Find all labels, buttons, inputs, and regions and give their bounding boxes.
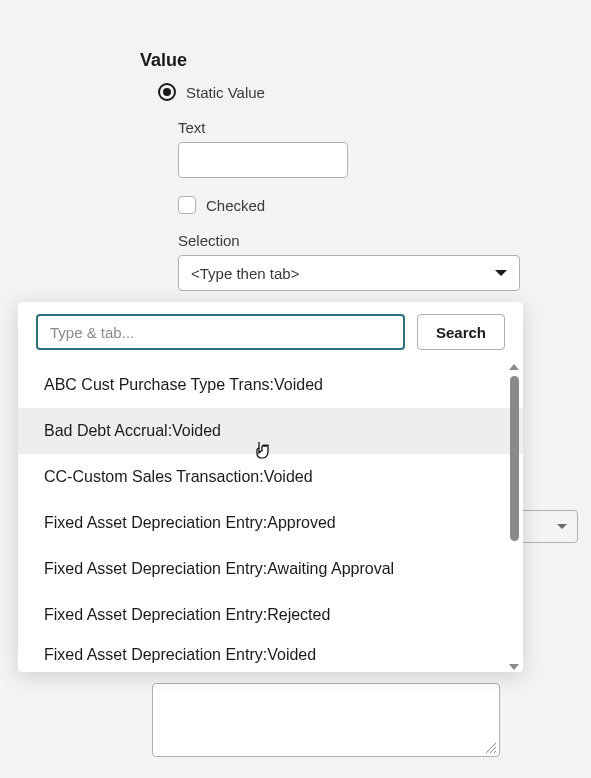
list-item[interactable]: Fixed Asset Depreciation Entry:Rejected (18, 592, 523, 638)
section-title: Value (140, 50, 591, 71)
checkbox-icon (178, 196, 196, 214)
partial-select[interactable] (520, 510, 578, 543)
selection-field-label: Selection (178, 232, 591, 249)
scrollbar[interactable] (507, 362, 521, 672)
selection-popover: Search ABC Cust Purchase Type Trans:Void… (18, 302, 523, 672)
selection-field-group: Selection <Type then tab> (140, 232, 591, 291)
caret-down-icon (495, 270, 507, 276)
search-button[interactable]: Search (417, 314, 505, 350)
list-item[interactable]: Fixed Asset Depreciation Entry:Awaiting … (18, 546, 523, 592)
list-item[interactable]: Fixed Asset Depreciation Entry:Voided (18, 638, 523, 668)
options-list: ABC Cust Purchase Type Trans:Voided Bad … (18, 362, 523, 672)
selection-dropdown[interactable]: <Type then tab> (178, 255, 520, 291)
checkbox-checked[interactable]: Checked (178, 196, 591, 214)
checkbox-field-group: Checked (140, 196, 591, 214)
scrollbar-thumb[interactable] (510, 376, 519, 541)
scroll-up-icon (509, 364, 519, 370)
scroll-down-icon (509, 664, 519, 670)
text-field-group: Text (140, 119, 591, 178)
svg-line-2 (494, 751, 496, 753)
search-input[interactable] (36, 314, 405, 350)
list-item[interactable]: Bad Debt Accrual:Voided (18, 408, 523, 454)
text-input[interactable] (178, 142, 348, 178)
textarea[interactable] (152, 683, 500, 757)
radio-label: Static Value (186, 84, 265, 101)
text-field-label: Text (178, 119, 591, 136)
resize-handle-icon (486, 743, 496, 753)
svg-line-1 (490, 747, 496, 753)
svg-line-0 (486, 743, 496, 753)
selection-placeholder: <Type then tab> (191, 265, 299, 282)
list-item[interactable]: CC-Custom Sales Transaction:Voided (18, 454, 523, 500)
radio-static-value[interactable]: Static Value (140, 83, 591, 101)
list-item[interactable]: ABC Cust Purchase Type Trans:Voided (18, 362, 523, 408)
checkbox-label: Checked (206, 197, 265, 214)
caret-down-icon (557, 524, 567, 529)
radio-icon (158, 83, 176, 101)
list-item[interactable]: Fixed Asset Depreciation Entry:Approved (18, 500, 523, 546)
